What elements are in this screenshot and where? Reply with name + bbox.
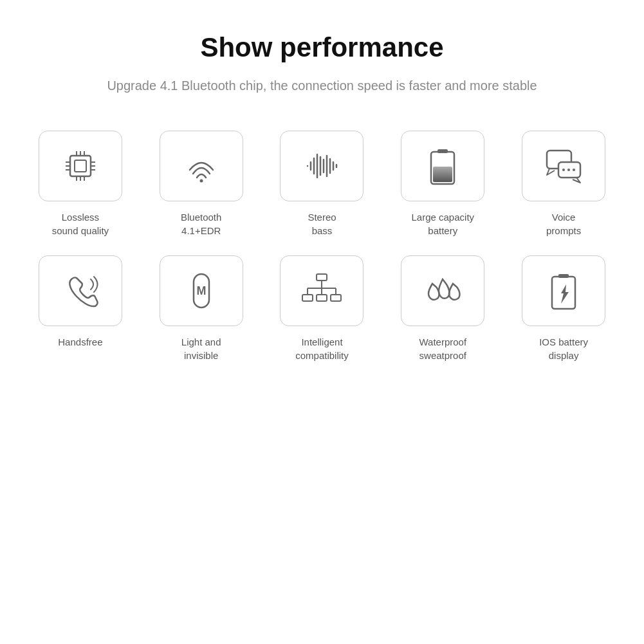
bluetooth-icon (178, 143, 225, 189)
feature-label-intelligent: Intelligentcompatibility (295, 335, 349, 362)
svg-text:M: M (196, 284, 206, 297)
feature-stereo: Stereobass (268, 131, 377, 237)
feature-label-waterproof: Waterproofsweatproof (419, 335, 466, 362)
intelligent-icon (299, 268, 345, 314)
icon-box-invisible: M (160, 255, 243, 326)
svg-rect-45 (558, 274, 569, 278)
feature-bluetooth: Bluetooth4.1+EDR (147, 131, 256, 237)
feature-label-lossless: Losslesssound quality (52, 210, 109, 237)
feature-label-voice: Voiceprompts (546, 210, 581, 237)
feature-waterproof: Waterproofsweatproof (388, 255, 497, 362)
icon-box-bluetooth (160, 131, 243, 201)
feature-lossless: Losslesssound quality (26, 131, 135, 237)
icon-box-intelligent (280, 255, 363, 326)
feature-ios: IOS batterydisplay (509, 255, 618, 362)
svg-rect-26 (437, 149, 448, 153)
feature-handsfree: Handsfree (26, 255, 135, 362)
icon-box-battery (401, 131, 484, 201)
invisible-icon: M (178, 268, 225, 314)
feature-label-battery: Large capacitybattery (412, 210, 475, 237)
svg-rect-1 (75, 160, 86, 172)
svg-rect-35 (317, 274, 327, 281)
svg-rect-43 (331, 295, 341, 301)
icon-box-voice (522, 131, 605, 201)
feature-label-invisible: Light andinvisible (181, 335, 221, 362)
icon-box-waterproof (401, 255, 484, 326)
svg-rect-41 (317, 295, 327, 301)
feature-battery: Large capacitybattery (388, 131, 497, 237)
svg-rect-27 (433, 167, 452, 182)
battery-icon (419, 143, 466, 189)
svg-point-32 (573, 169, 575, 171)
lossless-icon (57, 143, 104, 189)
stereo-icon (299, 143, 345, 189)
icon-box-stereo (280, 131, 363, 201)
icon-box-handsfree (39, 255, 122, 326)
features-grid: Losslesssound quality Bluetooth4.1+EDR (26, 131, 618, 362)
icon-box-ios (522, 255, 605, 326)
feature-label-stereo: Stereobass (308, 210, 336, 237)
voice-icon (540, 143, 587, 189)
svg-rect-39 (302, 295, 313, 301)
svg-point-14 (199, 179, 203, 183)
feature-label-bluetooth: Bluetooth4.1+EDR (181, 210, 221, 237)
ios-battery-icon (540, 268, 587, 314)
svg-point-30 (562, 169, 565, 171)
svg-point-31 (567, 169, 570, 171)
feature-label-handsfree: Handsfree (58, 335, 102, 349)
handsfree-icon (57, 268, 104, 314)
feature-voice: Voiceprompts (509, 131, 618, 237)
waterproof-icon (419, 268, 466, 314)
page-subtitle: Upgrade 4.1 Bluetooth chip, the connecti… (107, 76, 537, 95)
svg-rect-0 (70, 156, 91, 176)
feature-label-ios: IOS batterydisplay (539, 335, 588, 362)
feature-intelligent: Intelligentcompatibility (268, 255, 377, 362)
page-title: Show performance (200, 32, 443, 63)
icon-box-lossless (39, 131, 122, 201)
feature-invisible: M Light andinvisible (147, 255, 256, 362)
